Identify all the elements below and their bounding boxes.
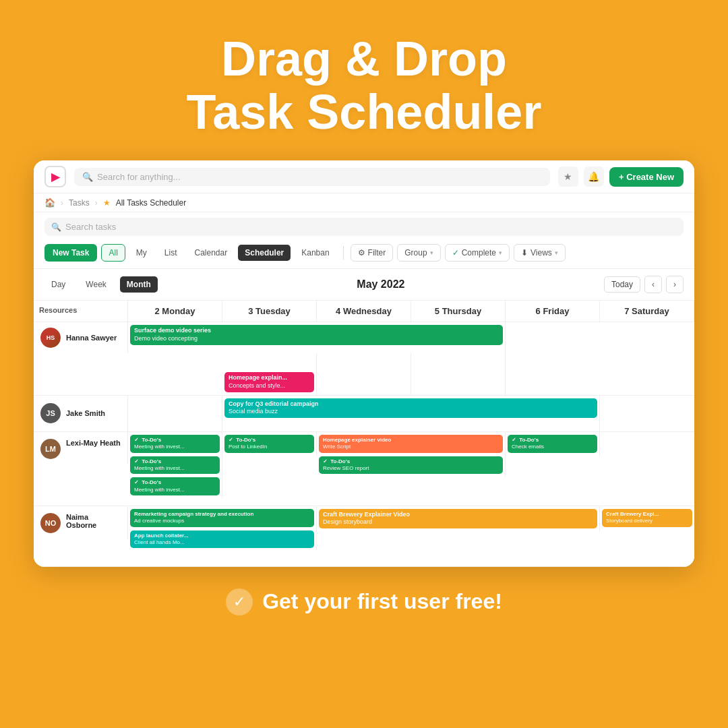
tab-list[interactable]: List xyxy=(158,245,184,261)
day-cell-lexi-tue-r1: ✓ To-Do'sPost to LinkedIn xyxy=(222,432,317,456)
day-num-2: 2 Monday xyxy=(133,306,216,316)
day-cell-hanna-fri xyxy=(411,353,506,394)
chevron-down-icon3: ▾ xyxy=(555,249,558,256)
cal-title: May 2022 xyxy=(164,278,597,291)
search-tasks-text: Search tasks xyxy=(65,222,116,232)
tab-all[interactable]: All xyxy=(101,244,125,262)
day-num-6: 6 Friday xyxy=(511,306,594,316)
task-hanna-2[interactable]: Homepage explain...Concepts and style... xyxy=(224,372,314,392)
day-cell-hanna-thu xyxy=(317,353,411,394)
search-tasks-icon: 🔍 xyxy=(51,222,61,232)
day-cell-hanna-mon: Surface demo video seriesDemo video conc… xyxy=(128,322,506,353)
task-lexi-1b[interactable]: ✓ To-Do'sMeeting with invest... xyxy=(130,456,220,475)
cal-view-week[interactable]: Week xyxy=(79,276,113,293)
avatar-naima: NO xyxy=(40,513,61,533)
breadcrumb-current: All Tasks Scheduler xyxy=(116,198,187,208)
task-naima-4[interactable]: Craft Brewery Expl...Storyboard delivery xyxy=(602,509,692,527)
cal-view-day[interactable]: Day xyxy=(44,276,72,293)
name-jake: Jake Smith xyxy=(66,409,105,417)
toolbar: 🔍 Search tasks New Task All My List Cale… xyxy=(34,212,694,269)
cal-view-month[interactable]: Month xyxy=(120,276,158,293)
day-cell-naima-mon: Remarketing campaign strategy and execut… xyxy=(128,506,317,551)
star-icon-btn[interactable]: ★ xyxy=(558,166,578,187)
top-bar: ▶ 🔍 Search for anything... ★ 🔔 + Create … xyxy=(34,160,694,193)
task-hanna-1[interactable]: Surface demo video seriesDemo video conc… xyxy=(130,325,503,344)
filter-icon: ⚙ xyxy=(358,248,365,257)
headline: Drag & Drop Task Scheduler xyxy=(187,32,542,139)
day-cell-jake-sat xyxy=(600,396,694,431)
today-button[interactable]: Today xyxy=(604,276,640,293)
tab-calendar[interactable]: Calendar xyxy=(188,245,235,261)
tab-my[interactable]: My xyxy=(129,245,154,261)
download-icon: ⬇ xyxy=(521,248,528,257)
task-lexi-3[interactable]: Homepage explainer videoWrite Script xyxy=(319,435,503,453)
next-arrow[interactable]: › xyxy=(666,276,684,293)
task-naima-1[interactable]: Remarketing campaign strategy and execut… xyxy=(130,509,314,527)
day-num-3: 3 Tuesday xyxy=(228,306,311,316)
bell-icon-btn[interactable]: 🔔 xyxy=(584,166,604,187)
footer-text: Get your first user free! xyxy=(262,589,502,614)
breadcrumb: 🏠 › Tasks › ★ All Tasks Scheduler xyxy=(34,193,694,212)
resource-cell-lexi: LM Lexi-May Heath xyxy=(34,432,128,464)
views-button[interactable]: ⬇ Views ▾ xyxy=(514,244,566,262)
task-lexi-1[interactable]: ✓ To-Do'sMeeting with invest... xyxy=(130,435,220,453)
day-cell-hanna-tue-pink: Homepage explain...Concepts and style... xyxy=(222,353,317,394)
day-cell-naima-wed: Craft Brewery Explainer VideoDesign stor… xyxy=(317,506,600,531)
cal-nav-btns: Today ‹ › xyxy=(604,276,684,293)
group-label: Group xyxy=(404,248,427,257)
divider-1 xyxy=(343,246,344,260)
new-task-button[interactable]: New Task xyxy=(44,244,97,262)
complete-button[interactable]: ✓ Complete ▾ xyxy=(445,244,510,262)
col-header-mon: 2 Monday xyxy=(128,301,222,322)
check-circle-icon: ✓ xyxy=(226,588,253,615)
create-new-button[interactable]: + Create New xyxy=(609,167,684,187)
day-cell-jake-mon xyxy=(128,396,222,431)
logo: ▶ xyxy=(44,166,66,187)
task-jake-1[interactable]: Copy for Q3 editorial campaignSocial med… xyxy=(224,398,597,418)
footer-cta: ✓ Get your first user free! xyxy=(226,588,502,615)
prev-arrow[interactable]: ‹ xyxy=(644,276,662,293)
search-bar[interactable]: 🔍 Search for anything... xyxy=(74,168,550,186)
task-lexi-4[interactable]: ✓ To-Do'sCheck emails xyxy=(508,435,597,453)
task-naima-2[interactable]: Craft Brewery Explainer VideoDesign stor… xyxy=(319,509,597,528)
complete-label: Complete xyxy=(462,248,496,257)
top-bar-actions: ★ 🔔 + Create New xyxy=(558,166,684,187)
task-lexi-3b[interactable]: ✓ To-Do'sReview SEO report xyxy=(319,456,503,475)
day-cell-hanna-sat xyxy=(506,353,600,394)
day-num-7: 7 Saturday xyxy=(605,306,688,316)
calendar-area: Day Week Month May 2022 Today ‹ › Resour… xyxy=(34,269,694,566)
search-tasks-bar[interactable]: 🔍 Search tasks xyxy=(44,218,684,236)
day-cell-lexi-fri-r1: ✓ To-Do'sCheck emails xyxy=(506,432,600,456)
filter-label: Filter xyxy=(368,248,386,257)
resource-cell-hanna: HS Hanna Sawyer xyxy=(34,322,128,353)
breadcrumb-sep2: › xyxy=(95,198,98,208)
filter-button[interactable]: ⚙ Filter xyxy=(351,244,394,262)
breadcrumb-sep: › xyxy=(61,198,63,208)
tab-kanban[interactable]: Kanban xyxy=(295,245,336,261)
star-icon: ★ xyxy=(103,198,111,208)
resources-header: Resources xyxy=(34,301,128,322)
day-cell-lexi-sat-r1 xyxy=(600,432,694,437)
resource-cell-jake: JS Jake Smith xyxy=(34,396,128,431)
task-lexi-2[interactable]: ✓ To-Do'sPost to LinkedIn xyxy=(224,435,314,453)
name-lexi: Lexi-May Heath xyxy=(66,439,121,447)
name-naima: Naima Osborne xyxy=(66,513,121,529)
chevron-down-icon: ▾ xyxy=(430,249,433,256)
day-cell-lexi-wed-r1: Homepage explainer videoWrite Script ✓ T… xyxy=(317,432,506,477)
avatar-hanna: HS xyxy=(40,328,61,348)
home-icon[interactable]: 🏠 xyxy=(44,198,55,208)
task-naima-3[interactable]: App launch collater...Client all hands M… xyxy=(130,530,314,549)
breadcrumb-tasks[interactable]: Tasks xyxy=(69,198,90,208)
day-cell-jake-tue: Copy for Q3 editorial campaignSocial med… xyxy=(222,396,600,431)
search-placeholder: Search for anything... xyxy=(97,172,181,182)
search-icon: 🔍 xyxy=(82,172,93,182)
tab-scheduler[interactable]: Scheduler xyxy=(238,245,291,261)
col-header-tue: 3 Tuesday xyxy=(222,301,317,322)
group-button[interactable]: Group ▾ xyxy=(397,244,440,262)
task-lexi-1c[interactable]: ✓ To-Do'sMeeting with invest... xyxy=(130,477,220,495)
chevron-down-icon2: ▾ xyxy=(499,249,502,256)
resource-cell-naima: NO Naima Osborne xyxy=(34,506,128,539)
col-header-thu: 5 Thursday xyxy=(411,301,506,322)
col-header-fri: 6 Friday xyxy=(506,301,600,322)
day-num-4: 4 Wednesday xyxy=(322,306,405,316)
